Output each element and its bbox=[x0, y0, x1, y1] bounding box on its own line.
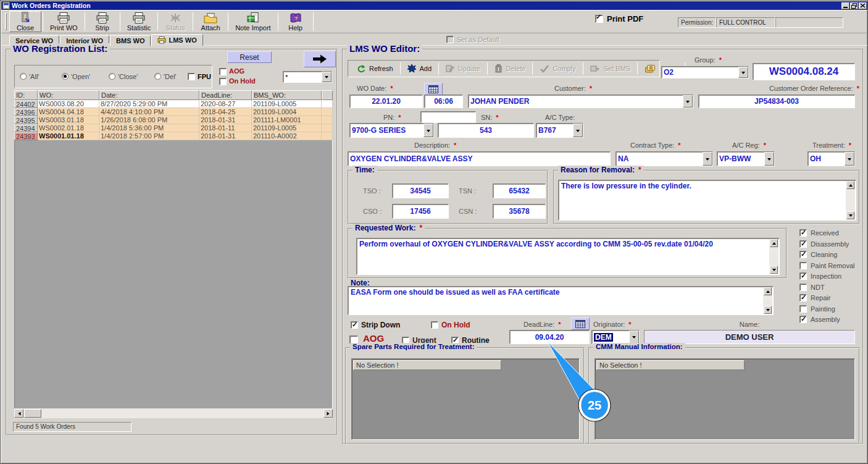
wo-time-field[interactable]: 06:06 bbox=[424, 95, 463, 108]
spare-parts-listbox[interactable]: No Selection ! bbox=[351, 358, 580, 440]
stage-checkbox-cleaning[interactable] bbox=[799, 251, 807, 258]
statistic-button[interactable]: Statistic bbox=[122, 11, 157, 32]
scroll-up-button[interactable] bbox=[764, 287, 772, 295]
cmm-listbox[interactable]: No Selection ! bbox=[595, 358, 855, 440]
radio-close[interactable] bbox=[109, 73, 115, 80]
reason-textarea[interactable]: There is low pressure in the cylinder. bbox=[558, 180, 856, 221]
scroll-down-button[interactable] bbox=[770, 266, 778, 274]
table-row[interactable]: 24396 WS0004.04.18 4/4/2018 4:10:00 PM 2… bbox=[14, 108, 333, 116]
cso-field[interactable]: 17456 bbox=[392, 204, 449, 219]
cmm-title: CMM Manual Information: bbox=[593, 343, 685, 350]
table-row[interactable]: 24402 WS0003.08.20 8/27/2020 5:29:00 PM … bbox=[14, 100, 333, 108]
treatment-dropdown[interactable]: OH bbox=[807, 151, 855, 166]
scroll-down-button[interactable] bbox=[764, 306, 772, 314]
description-field[interactable]: OXYGEN CYLINDER&VALVE ASSY bbox=[348, 151, 611, 166]
requested-work-vscrollbar[interactable] bbox=[769, 239, 778, 274]
deadline-calendar-button[interactable] bbox=[571, 318, 590, 330]
col-header-deadline[interactable]: DeadLine: bbox=[199, 90, 252, 100]
dropdown-arrow-button[interactable] bbox=[629, 331, 639, 344]
group-dropdown[interactable]: O2 bbox=[661, 66, 749, 78]
radio-open[interactable] bbox=[62, 73, 69, 80]
scroll-left-button[interactable] bbox=[14, 409, 23, 418]
close-button[interactable]: Close bbox=[9, 11, 41, 32]
minimize-button[interactable] bbox=[841, 2, 849, 9]
attach-button[interactable]: Attach bbox=[194, 11, 227, 32]
deadline-field[interactable]: 09.04.20 bbox=[509, 330, 590, 344]
scroll-down-button[interactable] bbox=[846, 211, 854, 219]
stage-checkbox-repair[interactable] bbox=[799, 294, 807, 302]
stage-checkbox-paint-removal[interactable] bbox=[799, 262, 807, 269]
radio-all[interactable] bbox=[20, 73, 27, 80]
col-header-bms-wo[interactable]: BMS_WO: bbox=[252, 90, 322, 100]
stage-checkbox-ndt[interactable] bbox=[799, 284, 807, 291]
tab-lms-wo[interactable]: LMS WO bbox=[151, 34, 202, 46]
scroll-up-button[interactable] bbox=[770, 239, 778, 247]
note-vscrollbar[interactable] bbox=[763, 287, 772, 314]
aog-filter-checkbox[interactable] bbox=[219, 68, 227, 75]
strip-button[interactable]: Strip bbox=[86, 11, 119, 32]
strip-down-checkbox[interactable] bbox=[351, 321, 358, 329]
next-arrow-button[interactable] bbox=[304, 51, 336, 67]
customer-order-ref-field[interactable]: JP54834-003 bbox=[698, 95, 855, 108]
tso-field[interactable]: 34545 bbox=[392, 183, 449, 198]
table-hscrollbar[interactable] bbox=[14, 408, 333, 418]
pn-filter-field[interactable] bbox=[420, 111, 476, 123]
wo-date-calendar-button[interactable] bbox=[424, 83, 443, 95]
toolbar-separator bbox=[193, 12, 193, 31]
stage-checkbox-inspection[interactable] bbox=[799, 272, 807, 280]
close-window-button[interactable] bbox=[859, 2, 867, 9]
dropdown-arrow-button[interactable] bbox=[322, 72, 332, 82]
dropdown-arrow-button[interactable] bbox=[764, 152, 774, 166]
print-pdf-option[interactable]: Print PDF bbox=[595, 14, 643, 23]
refresh-button[interactable]: Refresh bbox=[351, 63, 399, 74]
wo-date-field[interactable]: 22.01.20 bbox=[349, 95, 423, 108]
dropdown-arrow-button[interactable] bbox=[573, 124, 583, 137]
col-header-id[interactable]: ID: bbox=[14, 90, 38, 100]
contract-type-dropdown[interactable]: NA bbox=[616, 151, 713, 166]
onhold-filter-checkbox[interactable] bbox=[219, 78, 227, 85]
deadline-label: DeadLine:* bbox=[524, 321, 561, 328]
chevron-down-icon bbox=[576, 130, 580, 134]
stage-checkbox-received[interactable] bbox=[799, 229, 807, 237]
note-import-button[interactable]: Note Import bbox=[230, 11, 276, 32]
dropdown-arrow-button[interactable] bbox=[845, 152, 854, 166]
reset-button[interactable]: Reset bbox=[227, 51, 272, 63]
dropdown-arrow-button[interactable] bbox=[703, 152, 712, 166]
sn-field[interactable]: 543 bbox=[438, 123, 534, 138]
stage-checkbox-disassembly[interactable] bbox=[799, 240, 807, 248]
requested-work-textarea[interactable]: Perform overhaul of OXYGEN CYLINDER&VALV… bbox=[356, 238, 780, 275]
pn-dropdown[interactable]: 9700-G SERIES bbox=[349, 123, 434, 138]
print-wo-button[interactable]: Print WO bbox=[44, 11, 83, 32]
tsn-field[interactable]: 65432 bbox=[493, 183, 546, 198]
originator-dropdown[interactable]: DEM bbox=[591, 330, 640, 344]
table-row[interactable]: 24394 WS0002.01.18 1/4/2018 5:36:00 PM 2… bbox=[14, 124, 333, 132]
ac-reg-dropdown[interactable]: VP-BWW bbox=[717, 151, 775, 166]
add-button[interactable]: Add bbox=[402, 63, 438, 74]
col-header-wo[interactable]: WO: bbox=[38, 90, 99, 100]
dropdown-arrow-button[interactable] bbox=[424, 124, 433, 137]
scroll-up-button[interactable] bbox=[846, 181, 854, 189]
restore-button[interactable] bbox=[850, 2, 858, 9]
reason-vscrollbar[interactable] bbox=[846, 181, 855, 219]
customer-order-ref-value: JP54834-003 bbox=[754, 97, 799, 106]
help-button[interactable]: ? Help bbox=[280, 11, 312, 32]
csn-field[interactable]: 35678 bbox=[493, 204, 546, 219]
wo-search-dropdown[interactable]: * bbox=[283, 71, 332, 83]
on-hold-checkbox[interactable] bbox=[431, 321, 438, 329]
customer-dropdown[interactable]: JOHAN PENDER bbox=[468, 95, 693, 108]
ac-type-dropdown[interactable]: B767 bbox=[536, 123, 583, 138]
hscroll-thumb[interactable] bbox=[24, 409, 41, 418]
radio-del[interactable] bbox=[154, 73, 161, 80]
col-header-date[interactable]: Date: bbox=[99, 90, 199, 100]
table-empty-area bbox=[14, 140, 333, 408]
table-row-selected[interactable]: 24393 WS0001.01.18 1/4/2018 2:57:00 PM 2… bbox=[14, 132, 333, 140]
stage-checkbox-painting[interactable] bbox=[799, 305, 807, 313]
dropdown-arrow-button[interactable] bbox=[683, 95, 693, 108]
dropdown-arrow-button[interactable] bbox=[738, 67, 748, 78]
scroll-right-button[interactable] bbox=[323, 409, 333, 418]
tab-bms-wo[interactable]: BMS WO bbox=[110, 35, 151, 46]
table-row[interactable]: 24395 WS0003.01.18 1/26/2018 6:08:00 PM … bbox=[14, 116, 333, 124]
note-textarea[interactable]: EASA Form one should be issued as well a… bbox=[348, 286, 774, 315]
print-pdf-checkbox[interactable] bbox=[595, 15, 603, 23]
fpu-checkbox[interactable] bbox=[188, 73, 195, 80]
